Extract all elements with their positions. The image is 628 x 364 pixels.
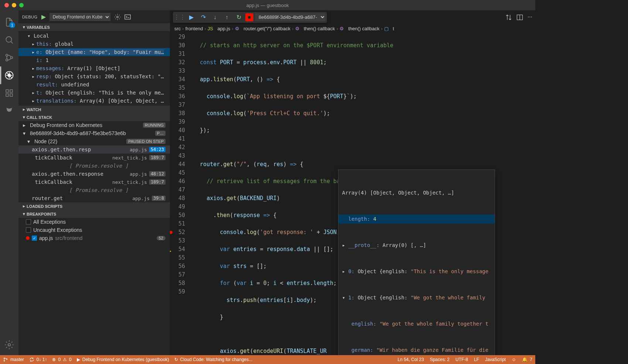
svg-rect-8 [10, 94, 13, 96]
sb-cloud-code[interactable]: ↻Cloud Code: Watching for changes... [174, 357, 253, 362]
window-minimize[interactable] [12, 3, 16, 7]
bp-file[interactable]: ✓ app.js src/frontend 52 [18, 234, 170, 242]
debug-grip-icon[interactable]: ⋮⋮ [174, 13, 185, 22]
step-out-icon[interactable]: ↑ [222, 13, 232, 22]
svg-rect-7 [6, 94, 8, 96]
explorer-icon[interactable]: 1 [0, 13, 18, 31]
var-row[interactable]: ▸translations: Array(4) [Object, Object,… [18, 97, 170, 105]
js-file-icon: JS [208, 26, 213, 31]
cloud-code-icon[interactable] [0, 102, 18, 120]
sb-spaces[interactable]: Spaces: 2 [430, 357, 450, 362]
sb-sync[interactable]: 0↓ 1↑ [29, 357, 47, 362]
stack-frame[interactable]: [ Promise.resolve ] [18, 162, 170, 170]
debug-config-select[interactable]: Debug Frontend on Kubern [50, 13, 110, 21]
svg-point-11 [116, 16, 118, 18]
svg-point-0 [6, 37, 11, 42]
method-icon: ⚙ [235, 26, 239, 31]
stack-frame[interactable]: _tickCallback next_tick.js189:7 [18, 178, 170, 186]
breakpoints-list: All Exceptions Uncaught Exceptions ✓ app… [18, 218, 170, 242]
window-close[interactable] [4, 3, 9, 7]
explorer-badge: 1 [9, 22, 15, 28]
stack-frame[interactable]: axios.get.then.response app.js48:12 [18, 170, 170, 178]
sb-encoding[interactable]: UTF-8 [455, 357, 468, 362]
compare-icon[interactable] [505, 14, 512, 21]
step-over-icon[interactable]: ↷ [198, 13, 208, 22]
svg-point-15 [4, 360, 4, 361]
variables-header[interactable]: VARIABLES [18, 23, 170, 31]
loaded-scripts-header[interactable]: LOADED SCRIPTS [18, 202, 170, 210]
callstack-config[interactable]: Debug Frontend on Kubernetes RUNNING [18, 121, 170, 129]
svg-point-3 [11, 56, 13, 58]
variable-icon: ▢ [384, 26, 389, 31]
scope-local[interactable]: Local [18, 32, 170, 40]
sb-branch[interactable]: master [3, 357, 24, 362]
sb-problems[interactable]: ⊗0 ⚠0 [52, 357, 71, 362]
window-maximize[interactable] [19, 3, 24, 7]
editor-toolbar: ⋮⋮ ▶ ↷ ↓ ↑ ↻ ■ 8e66889f-3d4b-4bd9-a687- … [170, 10, 535, 24]
debug-sidebar: DEBUG ▶ Debug Frontend on Kubern VARIABL… [18, 10, 170, 355]
breakpoints-header[interactable]: BREAKPOINTS [18, 210, 170, 218]
stack-frame[interactable]: _tickCallback next_tick.js189:7 [18, 154, 170, 162]
svg-rect-12 [124, 15, 130, 19]
callstack-header[interactable]: CALL STACK [18, 113, 170, 121]
var-row[interactable]: ▸t: Object {english: "This is the only m… [18, 89, 170, 97]
var-row[interactable]: result: undefined [18, 80, 170, 89]
bp-all-exceptions[interactable]: All Exceptions [18, 218, 170, 226]
var-row[interactable]: ▸this: global [18, 40, 170, 48]
debug-config-toolbar: DEBUG ▶ Debug Frontend on Kubern [18, 10, 170, 23]
method-icon: ⚙ [339, 26, 344, 31]
variables-tree: Local ▸this: global ▸e: Object {name: "H… [18, 31, 170, 106]
restart-icon[interactable]: ↻ [233, 13, 244, 22]
window-title: app.js — guestbook [246, 3, 289, 8]
svg-rect-6 [6, 90, 8, 92]
var-row[interactable]: ▸messages: Array(1) [Object] [18, 64, 170, 72]
debug-icon[interactable] [0, 66, 18, 84]
sb-debug-session[interactable]: ▶Debug Frontend on Kubernetes (guestbook… [77, 357, 169, 362]
var-row[interactable]: ▸e: Object {name: "Hope", body: "Fuair m… [18, 48, 170, 56]
editor-area: ⋮⋮ ▶ ↷ ↓ ↑ ↻ ■ 8e66889f-3d4b-4bd9-a687- … [170, 10, 535, 355]
svg-point-5 [7, 73, 11, 77]
scm-icon[interactable] [0, 49, 18, 66]
stop-icon[interactable]: ■ [245, 13, 253, 21]
breadcrumb[interactable]: src› frontend› JS app.js› ⚙ router.get("… [170, 24, 535, 33]
debug-label: DEBUG [22, 15, 38, 19]
continue-icon[interactable]: ▶ [186, 13, 197, 22]
step-into-icon[interactable]: ↓ [210, 13, 220, 22]
sb-eol[interactable]: LF [474, 357, 479, 362]
debug-settings-icon[interactable] [114, 14, 121, 20]
callstack-tree: Debug Frontend on Kubernetes RUNNING 8e6… [18, 121, 170, 202]
callstack-session[interactable]: 8e66889f-3d4b-4bd9-a687-f5e3be573e6b P… [18, 129, 170, 137]
activity-bar: 1 [0, 10, 18, 355]
code-editor[interactable]: 2930313233343536373839404142434445464748… [170, 33, 535, 355]
var-row[interactable]: i: 1 [18, 56, 170, 64]
callstack-thread[interactable]: Node (22) PAUSED ON STEP [18, 137, 170, 145]
svg-point-10 [8, 344, 11, 346]
watch-header[interactable]: WATCH [18, 106, 170, 113]
search-icon[interactable] [0, 31, 18, 49]
debug-hover-popup[interactable]: Array(4) [Object, Object, Object, …] len… [338, 169, 495, 355]
var-row[interactable]: ▸resp: Object {status: 200, statusText: … [18, 72, 170, 80]
sb-notifications[interactable]: 🔔7 [522, 357, 532, 362]
extensions-icon[interactable] [0, 84, 18, 102]
stack-frame[interactable]: router.get app.js39:8 [18, 194, 170, 202]
sb-language[interactable]: JavaScript [485, 357, 506, 362]
status-bar: master 0↓ 1↑ ⊗0 ⚠0 ▶Debug Frontend on Ku… [0, 355, 535, 364]
stack-frame[interactable]: axios.get.then.resp app.js54:23 [18, 145, 170, 154]
start-debug-icon[interactable]: ▶ [41, 13, 46, 20]
stack-frame[interactable]: [ Promise.resolve ] [18, 186, 170, 194]
more-icon[interactable]: ⋯ [528, 14, 532, 21]
sb-cursor-pos[interactable]: Ln 54, Col 23 [397, 357, 424, 362]
svg-point-1 [6, 54, 8, 56]
svg-rect-9 [10, 90, 13, 92]
minimap[interactable] [504, 33, 535, 355]
split-editor-icon[interactable] [516, 14, 523, 21]
debug-floating-toolbar[interactable]: ⋮⋮ ▶ ↷ ↓ ↑ ↻ ■ 8e66889f-3d4b-4bd9-a687- [173, 12, 327, 23]
debug-console-icon[interactable] [124, 14, 131, 20]
settings-gear-icon[interactable] [0, 337, 18, 355]
method-icon: ⚙ [295, 26, 300, 31]
bp-uncaught-exceptions[interactable]: Uncaught Exceptions [18, 226, 170, 234]
window-titlebar: app.js — guestbook [0, 0, 535, 10]
svg-point-14 [4, 358, 4, 358]
debug-session-select[interactable]: 8e66889f-3d4b-4bd9-a687- [255, 13, 325, 21]
sb-feedback-icon[interactable]: ☺ [512, 357, 516, 362]
